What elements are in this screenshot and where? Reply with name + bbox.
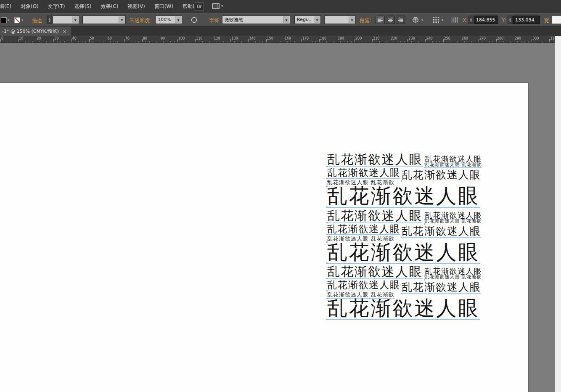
ruler-label-10: 10 (19, 37, 23, 40)
stroke-weight-combo[interactable]: ▼ (53, 16, 79, 24)
width-input[interactable] (552, 16, 561, 24)
ruler-tick (53, 39, 54, 42)
grid-glyph (452, 17, 458, 23)
ruler-label-240: 240 (426, 37, 432, 40)
vertical-scrollbar[interactable] (555, 36, 561, 392)
ruler-tick (177, 39, 178, 42)
artboard-text-row2-left-block2[interactable]: 乱花渐欲迷人眼 (327, 224, 400, 235)
ruler-label-50: 50 (90, 37, 94, 40)
align-center-button[interactable] (386, 16, 395, 24)
artboard-text-row1-right-small-block1[interactable]: 乱花渐欲迷人眼 乱花渐欲 (425, 162, 482, 168)
stroke-dropdown-arrow-icon[interactable]: ▾ (21, 19, 23, 22)
ruler-tick (89, 39, 90, 42)
artboard-text-row2-right-block3[interactable]: 乱花渐欲迷人眼 (402, 282, 481, 294)
opacity-label[interactable]: 不透明度: (130, 17, 151, 24)
y-stepper[interactable]: ▲▼ (508, 16, 513, 24)
ruler-label-20: 20 (37, 37, 41, 40)
ruler-tick (36, 39, 36, 42)
ruler-label-0: 0 (1, 37, 3, 40)
ruler-tick (337, 39, 337, 42)
character-label[interactable]: 字符: (209, 17, 221, 24)
align-dropdown-arrow-icon[interactable]: ▾ (442, 19, 443, 22)
menu-item-edit[interactable]: 编(E) (0, 0, 16, 13)
stroke-weight-stepper[interactable]: ▲▼ (47, 16, 52, 24)
ruler-tick (284, 39, 284, 42)
align-left-button[interactable] (376, 16, 385, 24)
ruler-label-170: 170 (302, 37, 309, 40)
ruler-tick (390, 39, 390, 42)
artboard-text-row2-right-block1[interactable]: 乱花渐欲迷人眼 (402, 170, 481, 181)
ruler-tick (408, 39, 408, 42)
workspace-layout-icon (212, 3, 220, 9)
ruler-tick (266, 39, 267, 42)
ruler-tick (0, 39, 1, 42)
ruler-label-40: 40 (72, 37, 76, 40)
ruler-label-220: 220 (391, 37, 397, 40)
align-center-icon (388, 18, 393, 22)
fill-color-swatch[interactable] (1, 17, 7, 23)
paragraph-label[interactable]: 段落: (360, 17, 371, 24)
ruler-tick (461, 39, 461, 42)
artboard-text-row1-right-small-block3[interactable]: 乱花渐欲迷人眼 乱花渐欲 (425, 275, 482, 280)
transform-panel-icon[interactable] (450, 16, 459, 24)
control-bar: ▾ ▾ 描边: ▲▼ ▼ ▼ 不透明度: 100%▼ 字符: 微软雅黑▼ Reg… (0, 13, 561, 26)
horizontal-ruler: 0102030405060708090100110120130140150160… (0, 36, 561, 43)
ruler-label-290: 290 (515, 37, 521, 40)
ruler-tick (496, 39, 497, 42)
artboard-text-row2-left-block1[interactable]: 乱花渐欲迷人眼 (327, 168, 400, 179)
artboard-text-row4-large-block2[interactable]: 乱花渐欲迷人眼 (327, 242, 480, 264)
ruler-tick (71, 39, 71, 42)
tab-close-icon[interactable]: × (63, 29, 67, 34)
ruler-tick (230, 39, 231, 42)
ruler-label-90: 90 (161, 37, 165, 40)
combo-arrow-icon: ▼ (314, 16, 320, 23)
ruler-label-270: 270 (479, 37, 486, 40)
ruler-label-100: 100 (178, 37, 185, 40)
menu-item-window[interactable]: 窗口(W) (150, 0, 178, 13)
ruler-tick (372, 39, 373, 42)
width-profile-combo[interactable]: ▼ (82, 16, 126, 24)
globe-icon[interactable] (410, 16, 421, 24)
artboard-text-row4-large-block1[interactable]: 乱花渐欲迷人眼 (327, 185, 480, 208)
artboard-text-row1-left-block2[interactable]: 乱花渐欲迷人眼 (327, 209, 423, 223)
workspace-switcher-button[interactable]: ▾ (212, 3, 223, 9)
font-family-combo[interactable]: 微软雅黑▼ (222, 16, 290, 24)
artboard-text-row1-left-block1[interactable]: 乱花渐欲迷人眼 (327, 153, 423, 167)
x-input[interactable]: 184.855 (474, 16, 498, 24)
artboard-text-row4-large-block3[interactable]: 乱花渐欲迷人眼 (327, 298, 480, 320)
combo-arrow-icon: ▼ (119, 16, 125, 23)
fill-dropdown-arrow-icon[interactable]: ▾ (8, 19, 10, 22)
font-size-combo[interactable]: ▼ (324, 16, 356, 24)
menu-item-view[interactable]: 视图(V) (123, 0, 150, 13)
opacity-combo[interactable]: 100%▼ (155, 16, 182, 24)
ruler-tick (355, 39, 355, 42)
align-right-button[interactable] (396, 16, 405, 24)
stroke-label[interactable]: 描边: (32, 17, 44, 24)
ruler-tick (160, 39, 160, 42)
align-left-icon (378, 18, 383, 22)
menu-item-effect[interactable]: 效果(C) (96, 0, 123, 13)
artboard-text-row2-right-block2[interactable]: 乱花渐欲迷人眼 (402, 226, 481, 238)
y-input[interactable]: 133.034 (513, 16, 540, 24)
artboard-text-groups: 乱花渐欲迷人眼乱花渐欲迷人眼乱花渐欲迷人眼 乱花渐欲乱花渐欲迷人眼乱花渐欲迷人眼… (327, 153, 491, 329)
y-label: Y: (502, 17, 506, 23)
x-stepper[interactable]: ▲▼ (468, 16, 474, 24)
stroke-none-swatch[interactable] (14, 17, 20, 23)
artboard-text-row1-right-small-block2[interactable]: 乱花渐欲迷人眼 乱花渐欲 (425, 219, 482, 224)
ruler-label-150: 150 (267, 37, 273, 40)
paragraph-align-group (376, 16, 405, 24)
style-circle-icon[interactable] (189, 16, 198, 24)
font-style-combo[interactable]: Regu..▼ (294, 16, 321, 24)
bridge-icon[interactable]: Br (195, 2, 204, 11)
menu-item-type[interactable]: 文字(T) (43, 0, 70, 13)
align-right-icon (398, 18, 403, 22)
menu-item-select[interactable]: 选择(S) (69, 0, 96, 13)
artboard-text-row1-left-block3[interactable]: 乱花渐欲迷人眼 (327, 265, 423, 279)
document-tab[interactable]: -1* @ 150% (CMYK/预览) × (0, 26, 71, 36)
menu-item-object[interactable]: 对象(O) (16, 0, 43, 13)
align-panel-icon[interactable] (431, 16, 441, 24)
ruler-tick (124, 39, 125, 42)
artboard-text-row2-left-block3[interactable]: 乱花渐欲迷人眼 (327, 280, 400, 291)
globe-dropdown-arrow-icon[interactable]: ▾ (421, 19, 423, 22)
ruler-label-140: 140 (249, 37, 255, 40)
